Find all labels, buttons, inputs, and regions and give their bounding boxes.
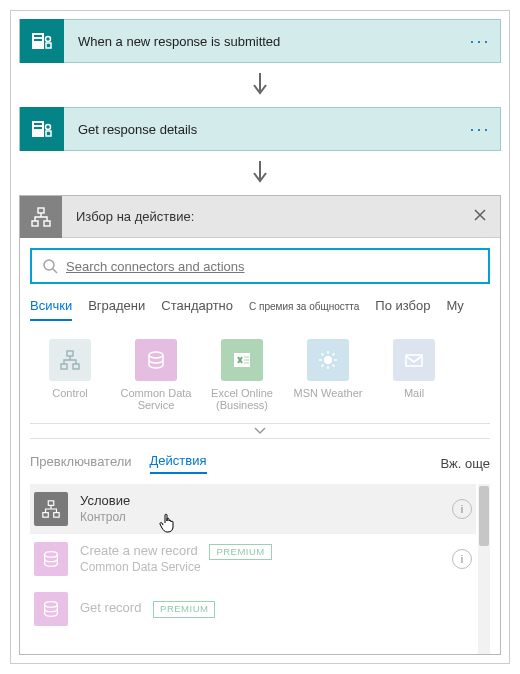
action-name: Create a new record — [80, 543, 198, 558]
connector-grid: Control Common Data Service Excel Online… — [30, 339, 490, 411]
action-name: Условие — [80, 493, 130, 510]
action-item-get-record[interactable]: Get record PREMIUM — [30, 584, 476, 634]
tab-premium[interactable]: С премия за общността — [249, 301, 359, 318]
panel-title: Избор на действие: — [62, 209, 460, 224]
choose-action-panel: Избор на действие: Всички Вградени Станд… — [19, 195, 501, 655]
trigger-title: When a new response is submitted — [64, 34, 460, 49]
info-button[interactable]: i — [452, 499, 472, 519]
subtabs: Превключватели Действия Вж. още — [30, 453, 490, 474]
action-list: Условие Контрол i — [30, 484, 490, 654]
info-icon: i — [461, 553, 463, 565]
svg-rect-20 — [244, 359, 249, 361]
svg-point-8 — [46, 125, 51, 130]
svg-rect-7 — [34, 127, 42, 129]
connector-weather[interactable]: MSN Weather — [288, 339, 368, 411]
panel-header: Избор на действие: — [20, 196, 500, 238]
svg-rect-1 — [34, 35, 42, 37]
connector-label: Control — [52, 387, 87, 399]
action-more-button[interactable]: ··· — [460, 119, 500, 140]
premium-badge: PREMIUM — [153, 601, 215, 617]
svg-point-27 — [45, 552, 58, 557]
connector-excel[interactable]: Excel Online (Business) — [202, 339, 282, 411]
tab-all[interactable]: Всички — [30, 298, 72, 321]
close-icon — [473, 208, 487, 222]
info-button[interactable]: i — [452, 549, 472, 569]
cursor-hand-icon — [158, 512, 178, 534]
database-icon — [34, 542, 68, 576]
database-icon — [34, 592, 68, 626]
chevron-down-icon — [254, 427, 266, 435]
search-input-container[interactable] — [30, 248, 490, 284]
control-icon — [20, 196, 62, 238]
svg-rect-19 — [244, 356, 249, 358]
connector-cds[interactable]: Common Data Service — [116, 339, 196, 411]
svg-rect-12 — [44, 221, 50, 226]
svg-point-3 — [46, 37, 51, 42]
mail-icon — [393, 339, 435, 381]
database-icon — [135, 339, 177, 381]
forms-icon — [20, 107, 64, 151]
svg-rect-9 — [46, 131, 51, 136]
svg-point-17 — [149, 352, 163, 358]
flow-arrow — [19, 71, 501, 99]
svg-rect-23 — [406, 355, 422, 366]
tab-custom[interactable]: По избор — [375, 298, 430, 319]
svg-rect-4 — [46, 43, 51, 48]
info-icon: i — [461, 503, 463, 515]
tab-standard[interactable]: Стандартно — [161, 298, 233, 319]
search-icon — [42, 258, 58, 274]
subtab-actions[interactable]: Действия — [150, 453, 207, 474]
action-card[interactable]: Get response details ··· — [19, 107, 501, 151]
trigger-more-button[interactable]: ··· — [460, 31, 500, 52]
svg-point-22 — [324, 356, 332, 364]
svg-rect-11 — [32, 221, 38, 226]
action-connector: Контрол — [80, 510, 130, 526]
search-input[interactable] — [66, 259, 478, 274]
excel-icon — [221, 339, 263, 381]
scrollbar-thumb[interactable] — [479, 486, 489, 546]
svg-rect-25 — [43, 513, 48, 518]
flow-arrow — [19, 159, 501, 187]
control-icon — [34, 492, 68, 526]
action-item-create-record[interactable]: Create a new record PREMIUM Common Data … — [30, 534, 476, 584]
expand-connectors-toggle[interactable] — [30, 423, 490, 439]
svg-rect-2 — [34, 39, 42, 41]
action-name: Get record — [80, 600, 141, 615]
category-tabs: Всички Вградени Стандартно С премия за о… — [30, 298, 490, 321]
svg-rect-15 — [61, 364, 67, 369]
premium-badge: PREMIUM — [209, 544, 271, 560]
connector-label: MSN Weather — [294, 387, 363, 399]
svg-rect-10 — [38, 208, 44, 213]
svg-point-28 — [45, 602, 58, 607]
connector-control[interactable]: Control — [30, 339, 110, 411]
forms-icon — [20, 19, 64, 63]
connector-label: Mail — [404, 387, 424, 399]
trigger-card[interactable]: When a new response is submitted ··· — [19, 19, 501, 63]
svg-rect-26 — [54, 513, 59, 518]
scrollbar[interactable] — [478, 484, 490, 654]
svg-rect-21 — [244, 362, 249, 364]
connector-mail[interactable]: Mail — [374, 339, 454, 411]
svg-rect-14 — [67, 351, 73, 356]
connector-label: Common Data Service — [116, 387, 196, 411]
action-title: Get response details — [64, 122, 460, 137]
close-button[interactable] — [460, 206, 500, 227]
tab-my[interactable]: My — [447, 298, 464, 319]
svg-rect-24 — [48, 501, 53, 506]
action-item-condition[interactable]: Условие Контрол i — [30, 484, 476, 534]
subtab-triggers[interactable]: Превключватели — [30, 454, 132, 473]
action-connector: Common Data Service — [80, 560, 272, 576]
tab-builtin[interactable]: Вградени — [88, 298, 145, 319]
svg-rect-6 — [34, 123, 42, 125]
control-icon — [49, 339, 91, 381]
connector-label: Excel Online (Business) — [202, 387, 282, 411]
svg-rect-16 — [73, 364, 79, 369]
weather-icon — [307, 339, 349, 381]
svg-point-13 — [44, 260, 54, 270]
see-more-link[interactable]: Вж. още — [440, 456, 490, 471]
